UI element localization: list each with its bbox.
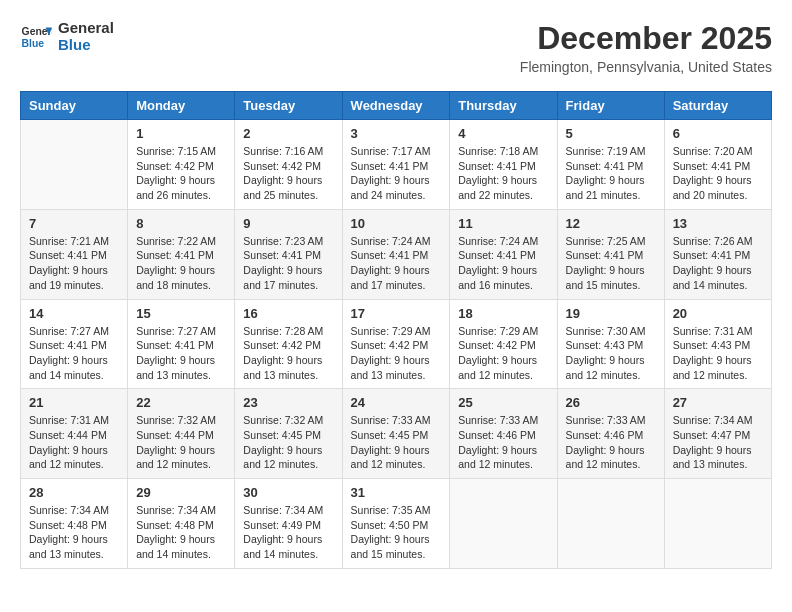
column-header-friday: Friday bbox=[557, 92, 664, 120]
calendar-cell: 29Sunrise: 7:34 AMSunset: 4:48 PMDayligh… bbox=[128, 479, 235, 569]
calendar-cell: 6Sunrise: 7:20 AMSunset: 4:41 PMDaylight… bbox=[664, 120, 771, 210]
day-info: Sunrise: 7:29 AMSunset: 4:42 PMDaylight:… bbox=[458, 324, 548, 383]
calendar-cell: 10Sunrise: 7:24 AMSunset: 4:41 PMDayligh… bbox=[342, 209, 450, 299]
day-info: Sunrise: 7:28 AMSunset: 4:42 PMDaylight:… bbox=[243, 324, 333, 383]
day-number: 1 bbox=[136, 126, 226, 141]
day-number: 9 bbox=[243, 216, 333, 231]
day-info: Sunrise: 7:24 AMSunset: 4:41 PMDaylight:… bbox=[351, 234, 442, 293]
calendar-cell: 12Sunrise: 7:25 AMSunset: 4:41 PMDayligh… bbox=[557, 209, 664, 299]
calendar-cell: 2Sunrise: 7:16 AMSunset: 4:42 PMDaylight… bbox=[235, 120, 342, 210]
day-info: Sunrise: 7:34 AMSunset: 4:47 PMDaylight:… bbox=[673, 413, 763, 472]
day-number: 8 bbox=[136, 216, 226, 231]
calendar-cell: 24Sunrise: 7:33 AMSunset: 4:45 PMDayligh… bbox=[342, 389, 450, 479]
calendar-cell: 27Sunrise: 7:34 AMSunset: 4:47 PMDayligh… bbox=[664, 389, 771, 479]
location: Flemington, Pennsylvania, United States bbox=[520, 59, 772, 75]
calendar-cell: 19Sunrise: 7:30 AMSunset: 4:43 PMDayligh… bbox=[557, 299, 664, 389]
day-info: Sunrise: 7:31 AMSunset: 4:43 PMDaylight:… bbox=[673, 324, 763, 383]
day-info: Sunrise: 7:34 AMSunset: 4:49 PMDaylight:… bbox=[243, 503, 333, 562]
day-number: 25 bbox=[458, 395, 548, 410]
day-number: 24 bbox=[351, 395, 442, 410]
day-info: Sunrise: 7:19 AMSunset: 4:41 PMDaylight:… bbox=[566, 144, 656, 203]
calendar-cell: 18Sunrise: 7:29 AMSunset: 4:42 PMDayligh… bbox=[450, 299, 557, 389]
day-info: Sunrise: 7:35 AMSunset: 4:50 PMDaylight:… bbox=[351, 503, 442, 562]
day-number: 16 bbox=[243, 306, 333, 321]
calendar-cell bbox=[21, 120, 128, 210]
day-info: Sunrise: 7:30 AMSunset: 4:43 PMDaylight:… bbox=[566, 324, 656, 383]
day-info: Sunrise: 7:18 AMSunset: 4:41 PMDaylight:… bbox=[458, 144, 548, 203]
logo: General Blue General Blue bbox=[20, 20, 114, 53]
calendar-cell: 7Sunrise: 7:21 AMSunset: 4:41 PMDaylight… bbox=[21, 209, 128, 299]
day-info: Sunrise: 7:26 AMSunset: 4:41 PMDaylight:… bbox=[673, 234, 763, 293]
calendar-cell: 20Sunrise: 7:31 AMSunset: 4:43 PMDayligh… bbox=[664, 299, 771, 389]
calendar-cell: 13Sunrise: 7:26 AMSunset: 4:41 PMDayligh… bbox=[664, 209, 771, 299]
calendar-week-row: 21Sunrise: 7:31 AMSunset: 4:44 PMDayligh… bbox=[21, 389, 772, 479]
day-number: 5 bbox=[566, 126, 656, 141]
column-header-saturday: Saturday bbox=[664, 92, 771, 120]
page-header: General Blue General Blue December 2025 … bbox=[20, 20, 772, 75]
calendar-cell: 26Sunrise: 7:33 AMSunset: 4:46 PMDayligh… bbox=[557, 389, 664, 479]
day-info: Sunrise: 7:24 AMSunset: 4:41 PMDaylight:… bbox=[458, 234, 548, 293]
day-number: 22 bbox=[136, 395, 226, 410]
calendar-cell: 11Sunrise: 7:24 AMSunset: 4:41 PMDayligh… bbox=[450, 209, 557, 299]
day-number: 12 bbox=[566, 216, 656, 231]
calendar-cell: 14Sunrise: 7:27 AMSunset: 4:41 PMDayligh… bbox=[21, 299, 128, 389]
calendar-week-row: 1Sunrise: 7:15 AMSunset: 4:42 PMDaylight… bbox=[21, 120, 772, 210]
column-header-tuesday: Tuesday bbox=[235, 92, 342, 120]
day-number: 15 bbox=[136, 306, 226, 321]
column-header-thursday: Thursday bbox=[450, 92, 557, 120]
calendar-cell: 22Sunrise: 7:32 AMSunset: 4:44 PMDayligh… bbox=[128, 389, 235, 479]
calendar-cell: 8Sunrise: 7:22 AMSunset: 4:41 PMDaylight… bbox=[128, 209, 235, 299]
day-info: Sunrise: 7:34 AMSunset: 4:48 PMDaylight:… bbox=[136, 503, 226, 562]
calendar-cell bbox=[664, 479, 771, 569]
day-number: 28 bbox=[29, 485, 119, 500]
svg-text:Blue: Blue bbox=[22, 37, 45, 48]
day-info: Sunrise: 7:23 AMSunset: 4:41 PMDaylight:… bbox=[243, 234, 333, 293]
calendar-cell: 28Sunrise: 7:34 AMSunset: 4:48 PMDayligh… bbox=[21, 479, 128, 569]
day-info: Sunrise: 7:15 AMSunset: 4:42 PMDaylight:… bbox=[136, 144, 226, 203]
day-number: 2 bbox=[243, 126, 333, 141]
logo-line2: Blue bbox=[58, 37, 114, 54]
day-info: Sunrise: 7:34 AMSunset: 4:48 PMDaylight:… bbox=[29, 503, 119, 562]
column-header-sunday: Sunday bbox=[21, 92, 128, 120]
day-number: 6 bbox=[673, 126, 763, 141]
calendar-cell: 16Sunrise: 7:28 AMSunset: 4:42 PMDayligh… bbox=[235, 299, 342, 389]
day-info: Sunrise: 7:32 AMSunset: 4:45 PMDaylight:… bbox=[243, 413, 333, 472]
calendar-week-row: 14Sunrise: 7:27 AMSunset: 4:41 PMDayligh… bbox=[21, 299, 772, 389]
calendar-cell: 4Sunrise: 7:18 AMSunset: 4:41 PMDaylight… bbox=[450, 120, 557, 210]
day-number: 31 bbox=[351, 485, 442, 500]
calendar-cell: 5Sunrise: 7:19 AMSunset: 4:41 PMDaylight… bbox=[557, 120, 664, 210]
calendar-table: SundayMondayTuesdayWednesdayThursdayFrid… bbox=[20, 91, 772, 569]
day-info: Sunrise: 7:33 AMSunset: 4:46 PMDaylight:… bbox=[566, 413, 656, 472]
day-number: 19 bbox=[566, 306, 656, 321]
logo-icon: General Blue bbox=[20, 21, 52, 53]
day-number: 26 bbox=[566, 395, 656, 410]
day-number: 10 bbox=[351, 216, 442, 231]
day-info: Sunrise: 7:17 AMSunset: 4:41 PMDaylight:… bbox=[351, 144, 442, 203]
day-info: Sunrise: 7:27 AMSunset: 4:41 PMDaylight:… bbox=[136, 324, 226, 383]
day-number: 13 bbox=[673, 216, 763, 231]
title-block: December 2025 Flemington, Pennsylvania, … bbox=[520, 20, 772, 75]
day-number: 3 bbox=[351, 126, 442, 141]
day-info: Sunrise: 7:33 AMSunset: 4:46 PMDaylight:… bbox=[458, 413, 548, 472]
day-number: 14 bbox=[29, 306, 119, 321]
calendar-cell: 1Sunrise: 7:15 AMSunset: 4:42 PMDaylight… bbox=[128, 120, 235, 210]
calendar-cell: 9Sunrise: 7:23 AMSunset: 4:41 PMDaylight… bbox=[235, 209, 342, 299]
calendar-cell: 31Sunrise: 7:35 AMSunset: 4:50 PMDayligh… bbox=[342, 479, 450, 569]
day-info: Sunrise: 7:29 AMSunset: 4:42 PMDaylight:… bbox=[351, 324, 442, 383]
calendar-cell: 3Sunrise: 7:17 AMSunset: 4:41 PMDaylight… bbox=[342, 120, 450, 210]
day-number: 30 bbox=[243, 485, 333, 500]
day-info: Sunrise: 7:22 AMSunset: 4:41 PMDaylight:… bbox=[136, 234, 226, 293]
day-info: Sunrise: 7:27 AMSunset: 4:41 PMDaylight:… bbox=[29, 324, 119, 383]
day-number: 29 bbox=[136, 485, 226, 500]
calendar-cell: 23Sunrise: 7:32 AMSunset: 4:45 PMDayligh… bbox=[235, 389, 342, 479]
day-info: Sunrise: 7:31 AMSunset: 4:44 PMDaylight:… bbox=[29, 413, 119, 472]
day-info: Sunrise: 7:33 AMSunset: 4:45 PMDaylight:… bbox=[351, 413, 442, 472]
day-info: Sunrise: 7:25 AMSunset: 4:41 PMDaylight:… bbox=[566, 234, 656, 293]
calendar-header-row: SundayMondayTuesdayWednesdayThursdayFrid… bbox=[21, 92, 772, 120]
day-number: 23 bbox=[243, 395, 333, 410]
column-header-monday: Monday bbox=[128, 92, 235, 120]
calendar-cell: 25Sunrise: 7:33 AMSunset: 4:46 PMDayligh… bbox=[450, 389, 557, 479]
day-number: 17 bbox=[351, 306, 442, 321]
day-number: 21 bbox=[29, 395, 119, 410]
calendar-cell: 17Sunrise: 7:29 AMSunset: 4:42 PMDayligh… bbox=[342, 299, 450, 389]
